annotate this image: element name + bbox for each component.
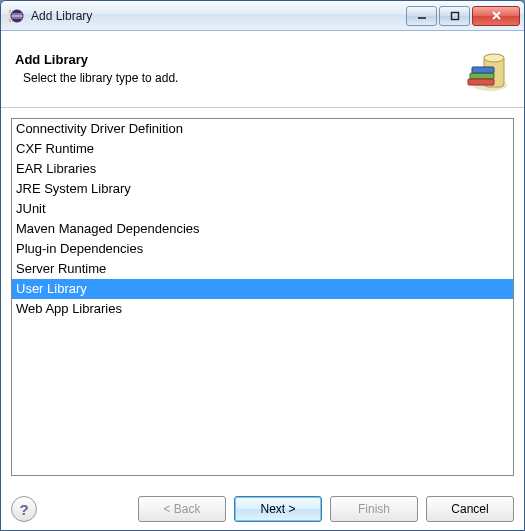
- svg-rect-2: [451, 12, 458, 19]
- minimize-button[interactable]: [406, 6, 437, 26]
- eclipse-icon: [9, 8, 25, 24]
- page-subtitle: Select the library type to add.: [15, 71, 442, 85]
- list-item[interactable]: User Library: [12, 279, 513, 299]
- finish-button[interactable]: Finish: [330, 496, 418, 522]
- list-item[interactable]: Maven Managed Dependencies: [12, 219, 513, 239]
- maximize-button[interactable]: [439, 6, 470, 26]
- svg-rect-7: [472, 67, 494, 73]
- list-item[interactable]: Server Runtime: [12, 259, 513, 279]
- wizard-header: Add Library Select the library type to a…: [1, 31, 524, 108]
- help-button[interactable]: ?: [11, 496, 37, 522]
- svg-rect-5: [470, 73, 494, 79]
- list-item[interactable]: Plug-in Dependencies: [12, 239, 513, 259]
- window-controls: [406, 6, 522, 26]
- content-area: Connectivity Driver DefinitionCXF Runtim…: [1, 108, 524, 488]
- window-title: Add Library: [31, 9, 406, 23]
- cancel-button[interactable]: Cancel: [426, 496, 514, 522]
- library-icon: [452, 41, 510, 95]
- titlebar[interactable]: Add Library: [1, 1, 524, 31]
- back-button[interactable]: < Back: [138, 496, 226, 522]
- svg-rect-6: [468, 79, 494, 85]
- list-item[interactable]: JUnit: [12, 199, 513, 219]
- dialog-window: Add Library Add Library Select the libra…: [0, 0, 525, 531]
- page-title: Add Library: [15, 52, 442, 67]
- list-item[interactable]: Web App Libraries: [12, 299, 513, 319]
- list-item[interactable]: EAR Libraries: [12, 159, 513, 179]
- button-bar: ? < Back Next > Finish Cancel: [1, 488, 524, 530]
- close-button[interactable]: [472, 6, 520, 26]
- list-item[interactable]: CXF Runtime: [12, 139, 513, 159]
- library-type-list[interactable]: Connectivity Driver DefinitionCXF Runtim…: [11, 118, 514, 476]
- svg-point-4: [484, 54, 504, 62]
- list-item[interactable]: Connectivity Driver Definition: [12, 119, 513, 139]
- list-item[interactable]: JRE System Library: [12, 179, 513, 199]
- next-button[interactable]: Next >: [234, 496, 322, 522]
